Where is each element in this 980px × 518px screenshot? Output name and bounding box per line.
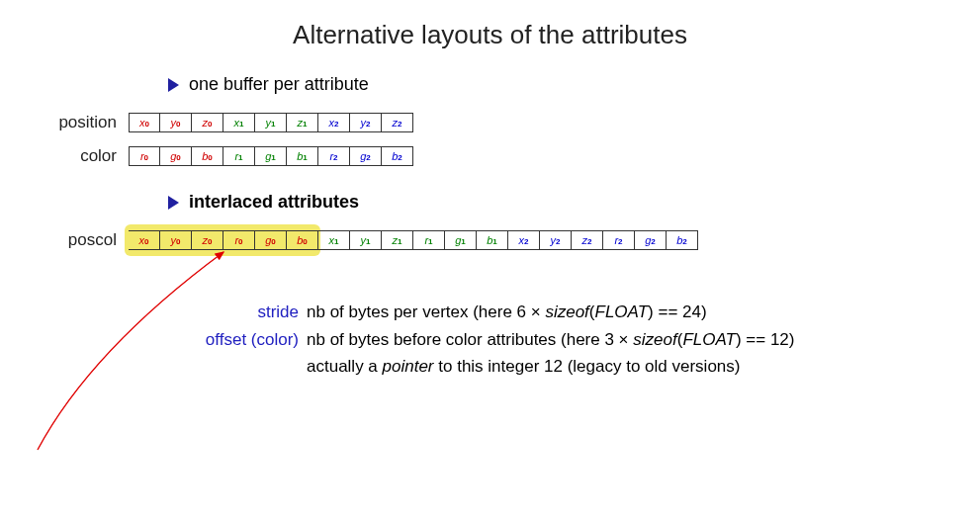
buffer-cell: y1 bbox=[255, 113, 287, 132]
color-label: color bbox=[40, 146, 129, 166]
pointer: pointer bbox=[383, 357, 434, 376]
buffer-cell: y0 bbox=[160, 113, 192, 132]
buffer-cell: x2 bbox=[508, 230, 540, 250]
buffer-cell: b2 bbox=[667, 230, 698, 250]
bullet-interlaced-text: interlaced attributes bbox=[189, 192, 359, 213]
poscol-cells: x0y0z0r0g0b0x1y1z1r1g1b1x2y2z2r2g2b2 bbox=[129, 230, 698, 250]
buffer-cell: z1 bbox=[287, 113, 318, 132]
slide-title: Alternative layouts of the attributes bbox=[30, 20, 950, 50]
txt: nb of bytes before color attributes (her… bbox=[307, 330, 633, 349]
buffer-cell: z2 bbox=[382, 113, 413, 132]
buffer-cell: r1 bbox=[413, 230, 445, 250]
txt: to this integer 12 (legacy to old versio… bbox=[434, 357, 741, 376]
bullet-one-buffer-text: one buffer per attribute bbox=[189, 74, 369, 95]
buffer-cell: b2 bbox=[382, 146, 413, 166]
buffer-cell: y2 bbox=[350, 113, 382, 132]
buffer-cell: g0 bbox=[160, 146, 192, 166]
def-stride-term: stride bbox=[178, 300, 307, 325]
buffer-cell: r2 bbox=[603, 230, 635, 250]
buffer-cell: y1 bbox=[350, 230, 382, 250]
buffer-cell: y0 bbox=[160, 230, 192, 250]
float: FLOAT bbox=[682, 330, 736, 349]
buffer-cell: x1 bbox=[223, 113, 255, 132]
buffer-cell: r2 bbox=[318, 146, 350, 166]
buffer-cell: b1 bbox=[477, 230, 508, 250]
buffer-cell: g0 bbox=[255, 230, 287, 250]
bullet-icon bbox=[168, 196, 179, 210]
buffer-cell: b0 bbox=[192, 146, 223, 166]
float: FLOAT bbox=[595, 302, 649, 321]
buffer-cell: g2 bbox=[350, 146, 382, 166]
def-stride: stride nb of bytes per vertex (here 6 × … bbox=[178, 300, 950, 325]
poscol-row: poscol x0y0z0r0g0b0x1y1z1r1g1b1x2y2z2r2g… bbox=[40, 230, 950, 250]
txt: == 24) bbox=[654, 302, 707, 321]
def-offset-body: nb of bytes before color attributes (her… bbox=[307, 327, 950, 380]
buffer-cell: g1 bbox=[445, 230, 477, 250]
buffer-cell: r1 bbox=[223, 146, 255, 166]
buffer-cell: z0 bbox=[192, 230, 223, 250]
buffer-cell: x0 bbox=[129, 113, 160, 132]
color-row: color r0g0b0r1g1b1r2g2b2 bbox=[40, 146, 950, 166]
position-cells: x0y0z0x1y1z1x2y2z2 bbox=[129, 113, 413, 132]
buffer-cell: x1 bbox=[318, 230, 350, 250]
buffer-cell: r0 bbox=[129, 146, 160, 166]
buffer-cell: r0 bbox=[223, 230, 255, 250]
def-stride-body: nb of bytes per vertex (here 6 × sizeof(… bbox=[307, 300, 950, 325]
buffer-cell: x2 bbox=[318, 113, 350, 132]
color-cells: r0g0b0r1g1b1r2g2b2 bbox=[129, 146, 413, 166]
sizeof: sizeof bbox=[545, 302, 588, 321]
buffer-cell: y2 bbox=[540, 230, 572, 250]
bullet-one-buffer: one buffer per attribute bbox=[168, 74, 950, 95]
buffer-cell: z0 bbox=[192, 113, 223, 132]
txt: actually a bbox=[307, 357, 383, 376]
buffer-cell: b1 bbox=[287, 146, 318, 166]
bullet-icon bbox=[168, 78, 179, 92]
def-offset-term: offset (color) bbox=[178, 327, 307, 380]
txt: nb of bytes per vertex (here 6 × bbox=[307, 302, 545, 321]
def-offset: offset (color) nb of bytes before color … bbox=[178, 327, 950, 380]
buffer-cell: g1 bbox=[255, 146, 287, 166]
poscol-label: poscol bbox=[40, 230, 129, 250]
position-label: position bbox=[40, 113, 129, 132]
txt: == 12) bbox=[742, 330, 795, 349]
position-row: position x0y0z0x1y1z1x2y2z2 bbox=[40, 113, 950, 132]
buffer-cell: x0 bbox=[129, 230, 160, 250]
sizeof: sizeof bbox=[633, 330, 676, 349]
definitions: stride nb of bytes per vertex (here 6 × … bbox=[178, 300, 950, 380]
buffer-cell: z2 bbox=[572, 230, 603, 250]
buffer-cell: g2 bbox=[635, 230, 667, 250]
bullet-interlaced: interlaced attributes bbox=[168, 192, 950, 213]
buffer-cell: z1 bbox=[382, 230, 413, 250]
buffer-cell: b0 bbox=[287, 230, 318, 250]
